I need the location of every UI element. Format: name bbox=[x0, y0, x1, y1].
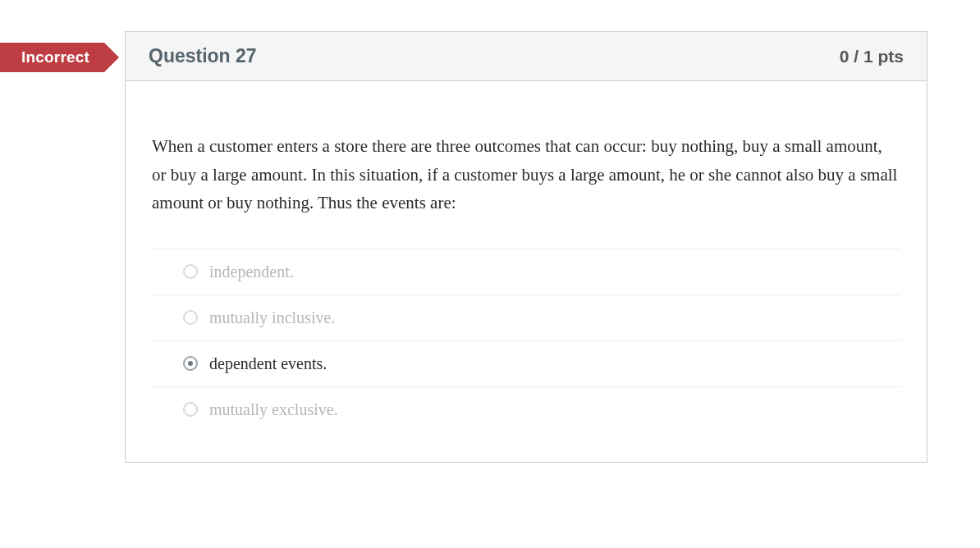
status-badge-label: Incorrect bbox=[21, 48, 89, 66]
answer-option[interactable]: dependent events. bbox=[152, 341, 900, 387]
question-header: Question 27 0 / 1 pts bbox=[126, 32, 927, 81]
radio-icon bbox=[183, 310, 198, 325]
answer-label: mutually inclusive. bbox=[209, 308, 335, 327]
question-title: Question 27 bbox=[149, 45, 257, 67]
question-body: When a customer enters a store there are… bbox=[126, 81, 927, 462]
answers-list: independent. mutually inclusive. depende… bbox=[152, 249, 900, 432]
answer-option[interactable]: mutually inclusive. bbox=[152, 295, 900, 341]
answer-option[interactable]: independent. bbox=[152, 249, 900, 295]
question-points: 0 / 1 pts bbox=[840, 47, 904, 66]
answer-label: mutually exclusive. bbox=[209, 400, 338, 419]
answer-label: independent. bbox=[209, 263, 294, 281]
question-card: Question 27 0 / 1 pts When a customer en… bbox=[125, 31, 927, 463]
question-text: When a customer enters a store there are… bbox=[152, 132, 900, 217]
radio-icon bbox=[183, 402, 198, 417]
answer-option[interactable]: mutually exclusive. bbox=[152, 387, 900, 432]
radio-icon bbox=[183, 356, 198, 371]
status-badge: Incorrect bbox=[0, 43, 104, 72]
answer-label: dependent events. bbox=[209, 354, 327, 373]
radio-icon bbox=[183, 264, 198, 279]
